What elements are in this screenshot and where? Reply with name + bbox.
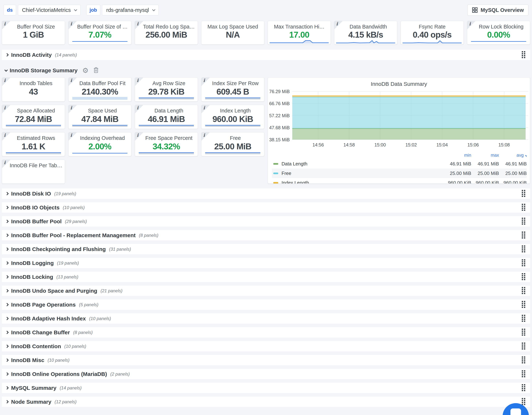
row-innodb-logging[interactable]: InnoDB Logging (19 panels): [2, 258, 530, 268]
stat-panel-data-buffer-pool-fit: i Data Buffer Pool Fit 2140.30%: [68, 77, 132, 102]
panel-info-corner-icon[interactable]: [135, 132, 143, 141]
row-drag-handle-icon[interactable]: [522, 51, 525, 59]
row-innodb-misc[interactable]: InnoDB Misc (10 panels): [2, 355, 530, 365]
row-drag-handle-icon[interactable]: [522, 231, 525, 239]
panel-info-corner-icon[interactable]: [334, 21, 343, 29]
stat-sparkline: [6, 123, 61, 128]
row-innodb-checkpointing-and-flushing[interactable]: InnoDB Checkpointing and Flushing (31 pa…: [2, 244, 530, 254]
row-drag-handle-icon[interactable]: [522, 190, 525, 198]
row-drag-handle-icon[interactable]: [522, 273, 525, 281]
row-title: MySQL Summary: [11, 385, 57, 391]
stat-panel-title[interactable]: Max Transaction Hi…: [268, 24, 331, 30]
row-panel-count: (14 panels): [60, 386, 82, 391]
row-drag-handle-icon[interactable]: [522, 245, 525, 253]
row-innodb-page-operations[interactable]: InnoDB Page Operations (5 panels): [2, 299, 530, 310]
row-innodb-buffer-pool[interactable]: InnoDB Buffer Pool (29 panels): [2, 216, 530, 226]
row-drag-handle-icon[interactable]: [522, 370, 525, 378]
row-innodb-adaptive-hash-index[interactable]: InnoDB Adaptive Hash Index (10 panels): [2, 313, 530, 324]
panel-info-corner-icon[interactable]: [68, 132, 77, 141]
panel-info-corner-icon[interactable]: [201, 132, 210, 141]
row-drag-handle-icon[interactable]: [522, 329, 525, 337]
row-drag-handle-icon[interactable]: [522, 315, 525, 323]
panel-info-corner-icon[interactable]: [2, 78, 10, 86]
row-drag-handle-icon[interactable]: [522, 287, 525, 295]
mysql-overview-link-button[interactable]: MySQL Overview: [467, 4, 528, 16]
info-i-glyph: i: [4, 78, 6, 83]
panel-info-corner-icon[interactable]: [2, 105, 10, 113]
row-node-summary[interactable]: Node Summary (12 panels): [2, 396, 530, 407]
stat-panel-title[interactable]: Avg Row Size: [135, 80, 198, 86]
row-innodb-io-objects[interactable]: InnoDB IO Objects (10 panels): [2, 202, 530, 213]
stat-panel-title[interactable]: Total Redo Log Spa…: [135, 24, 198, 30]
row-innodb-activity[interactable]: InnoDB Activity (14 panels): [2, 50, 530, 60]
row-settings-gear-icon[interactable]: ⚙: [82, 67, 89, 74]
row-innodb-change-buffer[interactable]: InnoDB Change Buffer (8 panels): [2, 327, 530, 338]
stat-panel-title[interactable]: Free: [201, 135, 264, 141]
panel-info-corner-icon[interactable]: [68, 105, 77, 113]
stat-panel-title[interactable]: Buffer Pool Size of …: [68, 24, 131, 30]
row-drag-handle-icon[interactable]: [522, 384, 525, 392]
row-drag-handle-icon[interactable]: [522, 217, 525, 226]
legend-series-name[interactable]: Index Length: [272, 180, 443, 184]
row-innodb-storage-summary-header[interactable]: InnoDB Storage Summary ⚙: [0, 64, 532, 77]
ds-variable-select[interactable]: Chief-VictoriaMetrics: [18, 5, 81, 15]
row-drag-handle-icon[interactable]: [522, 342, 525, 350]
stat-panel-title[interactable]: Free Space Percent: [135, 135, 198, 141]
stat-panel-title[interactable]: Data Length: [135, 108, 198, 114]
panel-info-corner-icon[interactable]: [135, 105, 143, 113]
job-variable-select[interactable]: rds-grafana-mysql: [102, 5, 159, 15]
row-innodb-buffer-pool-replacement-management[interactable]: InnoDB Buffer Pool - Replacement Managem…: [2, 230, 530, 240]
panel-info-corner-icon[interactable]: [135, 78, 143, 86]
stat-panel-title[interactable]: Index Size Per Row: [201, 80, 264, 86]
panel-info-corner-icon[interactable]: [2, 160, 10, 168]
stat-panel-title[interactable]: Row Lock Blocking: [467, 24, 530, 30]
stat-panel-value: 47.84 MiB: [68, 114, 131, 124]
stat-panel-title[interactable]: Max Log Space Used: [201, 24, 264, 30]
legend-series-name[interactable]: Free: [272, 170, 443, 176]
row-mysql-summary[interactable]: MySQL Summary (14 panels): [2, 383, 530, 393]
row-innodb-undo-space-and-purging[interactable]: InnoDB Undo Space and Purging (21 panels…: [2, 285, 530, 296]
stat-panel-title[interactable]: Space Allocated: [2, 108, 65, 114]
panel-info-corner-icon[interactable]: [201, 78, 210, 86]
row-drag-handle-icon[interactable]: [522, 301, 525, 309]
row-drag-handle-icon[interactable]: [522, 398, 525, 406]
stat-panel-buffer-pool-size: i Buffer Pool Size 1 GiB: [2, 21, 65, 45]
stat-panel-title[interactable]: Innodb Tables: [2, 80, 65, 86]
row-delete-trash-icon[interactable]: [93, 67, 99, 74]
stat-panel-title[interactable]: Indexing Overhead: [68, 135, 131, 141]
row-drag-handle-icon[interactable]: [522, 204, 525, 212]
row-panel-count: (13 panels): [57, 274, 78, 280]
stat-panel-title[interactable]: InnoDB File Per Tab…: [2, 162, 65, 169]
info-i-glyph: i: [137, 21, 139, 27]
panel-info-corner-icon[interactable]: [201, 105, 210, 113]
panel-info-corner-icon[interactable]: [68, 78, 77, 86]
stat-panel-title[interactable]: Fsync Rate: [401, 24, 464, 30]
row-title: InnoDB Misc: [11, 357, 44, 363]
panel-info-corner-icon[interactable]: [135, 21, 143, 29]
row-innodb-contention[interactable]: InnoDB Contention (10 panels): [2, 341, 530, 351]
stat-panel-title[interactable]: Space Used: [68, 108, 131, 114]
legend-avg-value: 960.00 KiB: [499, 180, 527, 184]
stat-panel-title[interactable]: Index Length: [201, 108, 264, 114]
stat-panel-value: 609.45 B: [201, 87, 264, 97]
stat-panel-title[interactable]: Buffer Pool Size: [2, 24, 65, 30]
chevron-right-icon: [5, 289, 9, 292]
stat-panel-title[interactable]: Data Bandwidth: [334, 24, 397, 30]
stat-panel-title[interactable]: Data Buffer Pool Fit: [68, 80, 131, 86]
svg-text:14:56: 14:56: [312, 142, 324, 147]
row-innodb-online-operations-mariadb[interactable]: InnoDB Online Operations (MariaDB) (2 pa…: [2, 369, 530, 379]
row-innodb-locking[interactable]: InnoDB Locking (13 panels): [2, 272, 530, 282]
legend-sort-min[interactable]: min: [443, 153, 471, 158]
stat-sparkline: [72, 151, 128, 155]
panel-info-corner-icon[interactable]: [467, 21, 475, 29]
panel-info-corner-icon[interactable]: [2, 132, 10, 141]
legend-sort-avg[interactable]: avg: [499, 153, 527, 158]
legend-series-name[interactable]: Data Length: [272, 161, 443, 167]
stat-panel-title[interactable]: Estimated Rows: [2, 135, 65, 141]
row-drag-handle-icon[interactable]: [522, 259, 525, 267]
panel-info-corner-icon[interactable]: [2, 21, 10, 29]
legend-sort-max[interactable]: max: [471, 153, 499, 158]
row-innodb-disk-io[interactable]: InnoDB Disk IO (19 panels): [2, 189, 530, 199]
row-drag-handle-icon[interactable]: [522, 356, 525, 364]
panel-info-corner-icon[interactable]: [68, 21, 77, 29]
